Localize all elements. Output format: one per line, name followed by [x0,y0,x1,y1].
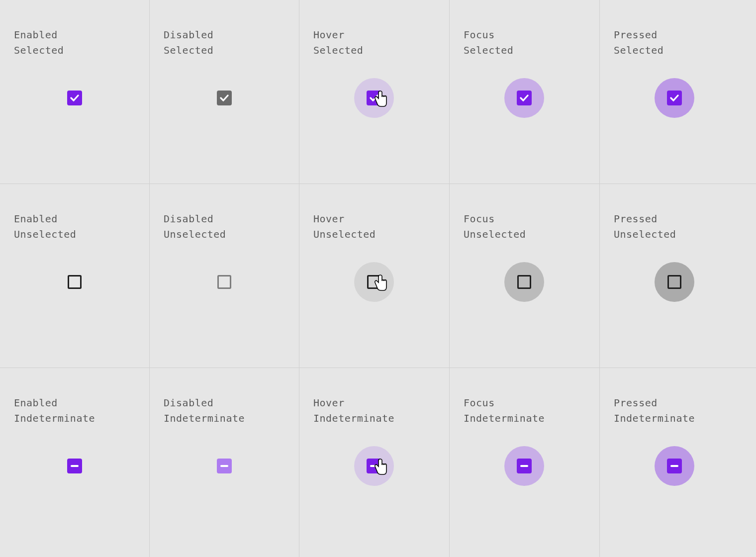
checkbox-box [217,91,232,105]
checkbox-box [517,275,531,289]
checkbox-states-grid: EnabledSelected DisabledSelected HoverSe… [0,0,756,557]
state-label: HoverSelected [313,12,435,58]
checkbox-disabled-selected [207,81,242,115]
state-label: HoverIndeterminate [313,380,435,426]
checkbox-box [517,91,532,105]
check-icon [70,94,79,101]
checkbox-pressed-selected[interactable] [657,81,692,115]
checkbox-focus-unselected[interactable] [507,265,542,299]
minus-icon [370,465,378,467]
cell-focus-indeterminate: FocusIndeterminate [450,368,600,557]
checkbox-box [517,459,532,473]
checkbox-box [367,459,381,473]
cell-pressed-unselected: PressedUnselected [600,184,756,368]
checkbox-disabled-indeterminate [207,449,242,483]
checkbox-hover-indeterminate[interactable] [357,449,391,483]
minus-icon [220,465,228,467]
cell-enabled-unselected: EnabledUnselected [0,184,150,368]
checkbox-box [68,275,82,289]
minus-icon [71,465,79,467]
cell-hover-indeterminate: HoverIndeterminate [299,368,450,557]
cell-disabled-indeterminate: DisabledIndeterminate [150,368,299,557]
cell-focus-selected: FocusSelected [450,0,600,184]
state-label: PressedUnselected [614,196,744,242]
checkbox-box [367,275,381,289]
state-label: FocusIndeterminate [464,380,585,426]
cell-pressed-selected: PressedSelected [600,0,756,184]
checkbox-focus-selected[interactable] [507,81,542,115]
checkbox-box [667,91,682,105]
state-label: DisabledIndeterminate [164,380,285,426]
cell-disabled-selected: DisabledSelected [150,0,299,184]
state-label: PressedIndeterminate [614,380,744,426]
state-label: EnabledSelected [14,12,135,58]
state-label: FocusSelected [464,12,585,58]
check-icon [520,94,529,101]
state-label: EnabledUnselected [14,196,135,242]
minus-icon [520,465,528,467]
checkbox-box [67,91,82,105]
check-icon [370,94,378,101]
checkbox-box [217,275,231,289]
state-label: HoverUnselected [313,196,435,242]
checkbox-pressed-indeterminate[interactable] [657,449,692,483]
state-label: DisabledSelected [164,12,285,58]
checkbox-focus-indeterminate[interactable] [507,449,542,483]
checkbox-box [667,459,682,473]
check-icon [670,94,679,101]
checkbox-box [367,91,381,105]
checkbox-hover-selected[interactable] [357,81,391,115]
cell-disabled-unselected: DisabledUnselected [150,184,299,368]
checkbox-box [667,275,681,289]
checkbox-enabled-indeterminate[interactable] [57,449,92,483]
cell-enabled-selected: EnabledSelected [0,0,150,184]
checkbox-hover-unselected[interactable] [357,265,391,299]
state-label: DisabledUnselected [164,196,285,242]
checkbox-disabled-unselected [207,265,242,299]
cell-enabled-indeterminate: EnabledIndeterminate [0,368,150,557]
cell-hover-unselected: HoverUnselected [299,184,450,368]
checkbox-pressed-unselected[interactable] [657,265,692,299]
checkbox-box [67,459,82,473]
state-label: PressedSelected [614,12,744,58]
cell-hover-selected: HoverSelected [299,0,450,184]
state-label: FocusUnselected [464,196,585,242]
cell-pressed-indeterminate: PressedIndeterminate [600,368,756,557]
state-label: EnabledIndeterminate [14,380,135,426]
checkbox-box [217,459,232,473]
checkbox-enabled-unselected[interactable] [57,265,92,299]
cell-focus-unselected: FocusUnselected [450,184,600,368]
minus-icon [670,465,678,467]
checkbox-enabled-selected[interactable] [57,81,92,115]
check-icon [220,94,229,101]
